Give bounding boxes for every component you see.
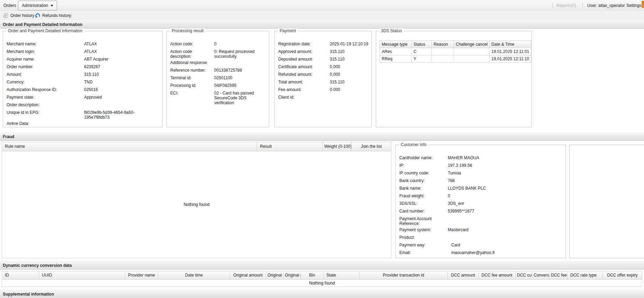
cut-off-edge-button[interactable] bbox=[642, 1, 644, 8]
column-header[interactable]: State bbox=[324, 271, 360, 279]
field-label: Payment way: bbox=[399, 243, 448, 249]
column-header[interactable]: Bin bbox=[301, 271, 324, 279]
field-label: Email: bbox=[399, 250, 448, 256]
column-header[interactable]: Status bbox=[412, 41, 432, 48]
column-header[interactable]: Challenge cancel bbox=[454, 41, 490, 48]
fraud-table-header: Rule name Result Weight (0-100) Join the… bbox=[2, 142, 391, 151]
column-header[interactable]: Provider name bbox=[125, 271, 158, 279]
field-label: Payment Account Reference: bbox=[399, 216, 448, 226]
administration-label: Administration bbox=[22, 3, 48, 8]
column-header[interactable]: Provider transaction id bbox=[360, 271, 448, 279]
field-row: Airline Data: bbox=[7, 120, 160, 127]
field-value: 6239267 bbox=[84, 64, 160, 71]
field-value bbox=[84, 121, 160, 127]
field-row: Unique id in EPG:f8028e9b-5d39-4654-9a50… bbox=[7, 109, 160, 120]
field-label: Additional response: bbox=[170, 60, 214, 66]
section-header-order-payment: Order and Payment Detailed Information bbox=[0, 20, 644, 29]
field-row: Bank country:788 bbox=[399, 177, 563, 184]
refunds-history-button[interactable]: Refunds history bbox=[34, 12, 72, 19]
field-label: Acquirer name: bbox=[7, 57, 84, 63]
field-row: Approved amount:315.110 bbox=[278, 48, 369, 55]
section-header-fraud: Fraud bbox=[0, 133, 644, 141]
column-header[interactable]: Weight (0-100) bbox=[323, 142, 352, 151]
column-header[interactable]: Date time bbox=[158, 271, 230, 279]
refunds-circular-arrow-icon bbox=[35, 13, 40, 18]
menu-item-settings[interactable]: Settings bbox=[626, 3, 641, 8]
section-header-supplemental: Supplemental information bbox=[0, 290, 644, 298]
field-value: 02501100 bbox=[214, 75, 266, 82]
field-row: Processing id:04IF082595 bbox=[170, 82, 266, 89]
field-row: Order number:6239267 bbox=[7, 63, 160, 71]
field-label: Merchant login: bbox=[7, 49, 84, 55]
field-row: Total amount:315.110 bbox=[278, 78, 369, 86]
field-row: Payment Account Reference: bbox=[399, 215, 563, 226]
section-title: Supplemental information bbox=[3, 292, 54, 297]
field-value: 025015 bbox=[84, 87, 160, 93]
column-header[interactable]: Join the list bbox=[352, 142, 391, 151]
column-header[interactable]: Rule name bbox=[2, 142, 257, 151]
field-row: Reference number:001338725788 bbox=[170, 66, 266, 74]
column-header[interactable]: ID bbox=[2, 271, 39, 279]
column-header[interactable]: Conversi bbox=[532, 271, 550, 279]
field-label: Refunded amount: bbox=[278, 72, 330, 78]
column-header[interactable]: Original c bbox=[283, 271, 301, 279]
menu-item-administration[interactable]: Administration bbox=[18, 1, 57, 10]
order-history-document-icon bbox=[3, 13, 9, 18]
field-value: Approved bbox=[84, 95, 160, 101]
field-value: 04IF082595 bbox=[214, 83, 266, 89]
column-header[interactable]: Original amount bbox=[230, 271, 266, 279]
field-label: Airline Data: bbox=[7, 121, 84, 127]
field-row: ECI:02 - Card has passed SecureCode 3DS … bbox=[170, 89, 266, 105]
table-row[interactable]: RReq Y 19.01.2025 12:11:10 bbox=[380, 55, 531, 63]
column-header[interactable]: DCC offer expiry bbox=[603, 271, 642, 279]
column-header[interactable]: Original f bbox=[266, 271, 283, 279]
field-row: Certificate amount:0.000 bbox=[278, 63, 369, 71]
field-label: Fraud weight: bbox=[399, 193, 448, 200]
cell-reason bbox=[432, 55, 454, 63]
field-row: Email:maouamaher@yahoo.fr bbox=[399, 249, 563, 256]
order-history-button[interactable]: Order history bbox=[2, 12, 35, 19]
field-label: Bank name: bbox=[399, 186, 448, 192]
field-value: 3DS_enr bbox=[448, 201, 563, 207]
field-label: Fee amount: bbox=[278, 87, 330, 93]
section-title: Order and Payment Detailed Information bbox=[3, 22, 82, 27]
field-label: IP: bbox=[399, 163, 448, 169]
processing-result-fieldset: Processing result Action code:0 Action c… bbox=[166, 31, 269, 127]
fieldset-legend: Order and Payment Detailed Information bbox=[6, 28, 84, 33]
table-row[interactable]: ARes C 19.01.2025 12:11:01 bbox=[380, 48, 531, 55]
field-row: Currency:TND bbox=[7, 78, 160, 86]
field-row: Action code description:0: Request proce… bbox=[170, 48, 266, 59]
column-header[interactable]: Message type bbox=[380, 41, 412, 48]
column-header[interactable]: DCC fee amount bbox=[479, 271, 516, 279]
field-value: 2025-01-19 12:10:19 bbox=[330, 42, 369, 48]
empty-state-text: Nothing found bbox=[184, 202, 210, 207]
field-label: Processing id: bbox=[170, 83, 214, 89]
field-row: Merchant login:ATLAX bbox=[7, 48, 160, 55]
column-header[interactable]: Date & Time bbox=[490, 41, 531, 48]
field-label: IP country code: bbox=[399, 171, 448, 177]
three-ds-status-table: Message type Status Reason Challenge can… bbox=[380, 40, 531, 63]
field-value: f8028e9b-5d39-4654-9a50-195e7f8fdb73 bbox=[84, 110, 160, 120]
field-value: 0.000 bbox=[330, 72, 369, 78]
field-label: Amount: bbox=[7, 72, 84, 78]
column-header[interactable]: DCC amount bbox=[448, 271, 479, 279]
column-header[interactable]: DCC curr bbox=[516, 271, 532, 279]
field-label: Cardholder name: bbox=[399, 155, 448, 162]
menu-item-orders[interactable]: Orders bbox=[3, 3, 16, 8]
column-header[interactable]: DCC fee bbox=[550, 271, 568, 279]
field-label: Order number: bbox=[7, 64, 84, 71]
menu-item-reports[interactable]: Reports(0) bbox=[556, 3, 576, 8]
cell-date-time: 19.01.2025 12:11:01 bbox=[490, 48, 531, 55]
column-header[interactable]: Result bbox=[257, 142, 323, 151]
column-header[interactable]: DCC rate type bbox=[568, 271, 603, 279]
fieldset-legend: Payment bbox=[278, 28, 298, 33]
field-row: Bank name:LLOYDS BANK PLC bbox=[399, 184, 563, 192]
field-label: 3DS/SSL: bbox=[399, 201, 448, 207]
field-value: 315.110 bbox=[330, 49, 369, 55]
cell-message-type: RReq bbox=[380, 55, 412, 63]
column-header[interactable]: UUID bbox=[39, 271, 125, 279]
field-row: Refunded amount:0.000 bbox=[278, 71, 369, 78]
field-label: Registration date: bbox=[278, 42, 330, 48]
column-header[interactable]: Reason bbox=[432, 41, 454, 48]
field-value: Tunisia bbox=[448, 171, 563, 177]
